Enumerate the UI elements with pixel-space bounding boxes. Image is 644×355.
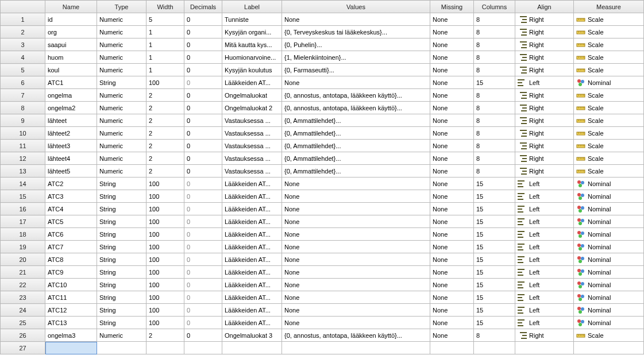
cell-name[interactable]: id [45,13,97,26]
cell-columns[interactable]: 15 [474,190,515,203]
cell-measure[interactable]: Scale [574,140,644,152]
col-header-type[interactable]: Type [97,1,146,13]
cell-decimals[interactable]: 0 [184,291,222,304]
cell-values[interactable]: None [282,253,430,266]
cell-missing[interactable]: None [430,203,474,215]
cell-values[interactable]: None [282,215,430,228]
cell-values[interactable]: {0, annostus, antotapa, lääkkeen käyttö}… [282,329,430,342]
cell-decimals[interactable]: 0 [184,26,222,38]
cell-decimals[interactable]: 0 [184,228,222,241]
cell-decimals[interactable]: 0 [184,89,222,102]
row-number[interactable]: 11 [1,140,45,152]
row-number[interactable]: 2 [1,26,45,38]
cell-align[interactable]: Right [515,152,574,165]
table-row[interactable]: 23ATC11String1000Lääkkeiden AT...NoneNon… [1,291,644,304]
cell-width[interactable]: 100 [146,317,184,329]
row-number[interactable]: 9 [1,114,45,127]
cell-align[interactable]: Right [515,127,574,140]
table-row[interactable]: 20ATC8String1000Lääkkeiden AT...NoneNone… [1,253,644,266]
cell-align[interactable]: Left [515,190,574,203]
cell-missing[interactable]: None [430,178,474,190]
cell-missing[interactable]: None [430,51,474,64]
cell-align[interactable]: Left [515,291,574,304]
row-number[interactable]: 20 [1,253,45,266]
cell-align[interactable]: Left [515,317,574,329]
cell-values[interactable]: {0, Ammattilehdet}... [282,127,430,140]
cell-type[interactable]: Numeric [97,127,146,140]
cell-width[interactable]: 5 [146,13,184,26]
col-header-columns[interactable]: Columns [474,1,515,13]
cell-decimals[interactable]: 0 [184,178,222,190]
row-number[interactable]: 6 [1,76,45,89]
cell-decimals[interactable]: 0 [184,165,222,178]
cell-decimals[interactable]: 0 [184,140,222,152]
cell-label[interactable]: Kysyjän organi... [222,26,282,38]
cell-name[interactable]: ATC11 [45,291,97,304]
cell-width[interactable]: 2 [146,140,184,152]
empty-cell[interactable] [515,342,574,354]
row-number[interactable]: 4 [1,51,45,64]
cell-align[interactable]: Left [515,215,574,228]
empty-cell[interactable] [184,342,222,354]
cell-missing[interactable]: None [430,76,474,89]
cell-missing[interactable]: None [430,165,474,178]
cell-label[interactable]: Lääkkeiden AT... [222,76,282,89]
cell-values[interactable]: None [282,266,430,279]
cell-align[interactable]: Right [515,64,574,76]
cell-columns[interactable]: 15 [474,76,515,89]
table-row[interactable]: 12lähteet4Numeric20Vastauksessa ...{0, A… [1,152,644,165]
cell-name[interactable]: lähteet5 [45,165,97,178]
row-number[interactable]: 24 [1,304,45,317]
cell-label[interactable]: Lääkkeiden AT... [222,203,282,215]
row-number[interactable]: 14 [1,178,45,190]
cell-missing[interactable]: None [430,253,474,266]
cell-values[interactable]: None [282,228,430,241]
cell-measure[interactable]: Scale [574,165,644,178]
cell-measure[interactable]: Nominal [574,317,644,329]
cell-decimals[interactable]: 0 [184,102,222,114]
cell-align[interactable]: Right [515,329,574,342]
cell-decimals[interactable]: 0 [184,64,222,76]
row-number[interactable]: 1 [1,13,45,26]
cell-align[interactable]: Left [515,241,574,253]
cell-type[interactable]: String [97,279,146,291]
row-number[interactable]: 13 [1,165,45,178]
cell-width[interactable]: 2 [146,152,184,165]
cell-measure[interactable]: Scale [574,127,644,140]
cell-align[interactable]: Left [515,228,574,241]
cell-missing[interactable]: None [430,291,474,304]
cell-decimals[interactable]: 0 [184,76,222,89]
cell-type[interactable]: Numeric [97,26,146,38]
table-row[interactable]: 11lähteet3Numeric20Vastauksessa ...{0, A… [1,140,644,152]
cell-decimals[interactable]: 0 [184,317,222,329]
table-row[interactable]: 17ATC5String1000Lääkkeiden AT...NoneNone… [1,215,644,228]
table-row[interactable]: 15ATC3String1000Lääkkeiden AT...NoneNone… [1,190,644,203]
cell-type[interactable]: Numeric [97,89,146,102]
cell-missing[interactable]: None [430,329,474,342]
cell-measure[interactable]: Nominal [574,291,644,304]
cell-columns[interactable]: 15 [474,266,515,279]
row-number[interactable]: 8 [1,102,45,114]
cell-measure[interactable]: Scale [574,89,644,102]
cell-label[interactable]: Ongelmaluokat [222,89,282,102]
cell-columns[interactable]: 8 [474,64,515,76]
table-row[interactable]: 5koulNumeric10Kysyjän koulutus{0, Farmas… [1,64,644,76]
cell-type[interactable]: String [97,215,146,228]
cell-type[interactable]: Numeric [97,114,146,127]
cell-type[interactable]: Numeric [97,38,146,51]
cell-columns[interactable]: 8 [474,114,515,127]
cell-missing[interactable]: None [430,152,474,165]
cell-values[interactable]: None [282,317,430,329]
cell-label[interactable]: Lääkkeiden AT... [222,215,282,228]
cell-label[interactable]: Vastauksessa ... [222,140,282,152]
cell-values[interactable]: {0, Farmaseutti}... [282,64,430,76]
cell-measure[interactable]: Nominal [574,203,644,215]
row-number[interactable]: 10 [1,127,45,140]
cell-values[interactable]: {0, Ammattilehdet}... [282,140,430,152]
col-header-missing[interactable]: Missing [430,1,474,13]
cell-columns[interactable]: 8 [474,140,515,152]
cell-align[interactable]: Right [515,13,574,26]
cell-width[interactable]: 2 [146,127,184,140]
cell-decimals[interactable]: 0 [184,203,222,215]
col-header-values[interactable]: Values [282,1,430,13]
